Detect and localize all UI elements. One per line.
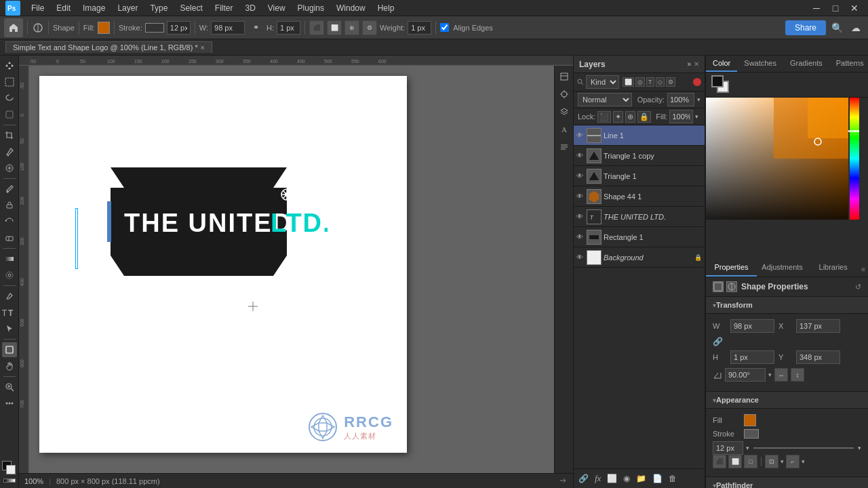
stroke-weight-input[interactable] (713, 441, 743, 455)
stamp-tool[interactable] (2, 198, 17, 213)
stroke-align-center[interactable]: ⬜ (728, 455, 742, 468)
color-gradient-area[interactable] (706, 98, 868, 220)
panel-options-icon[interactable]: ≡ (859, 266, 868, 273)
align-center-button[interactable]: ⬜ (327, 20, 342, 35)
menu-help[interactable]: Help (372, 2, 400, 14)
stroke-weight-dropdown[interactable]: ▾ (746, 445, 749, 451)
panel-layers-icon[interactable] (556, 104, 572, 120)
menu-file[interactable]: File (26, 2, 50, 14)
menu-image[interactable]: Image (77, 2, 111, 14)
menu-type[interactable]: Type (144, 2, 173, 14)
fill-color-swatch[interactable] (98, 22, 110, 34)
share-button[interactable]: Share (785, 20, 826, 35)
color-tab-color[interactable]: Color (706, 56, 737, 72)
search-icon[interactable]: 🔍 (829, 20, 845, 36)
layer-item-triangle1copy[interactable]: 👁 Triangle 1 copy (574, 146, 705, 166)
fill-input[interactable] (669, 110, 693, 123)
align-left-button[interactable]: ⬛ (309, 20, 324, 35)
height-input[interactable] (277, 21, 300, 35)
opacity-dropdown[interactable]: ▾ (697, 96, 701, 103)
stroke-corners-btn[interactable]: ⌐ (786, 455, 800, 468)
lock-artboard-icon[interactable]: ⊕ (625, 111, 635, 123)
transform-section-header[interactable]: ▾ Transform (706, 297, 868, 314)
stroke-corners-arrow[interactable]: ▾ (802, 458, 805, 465)
color-tab-gradients[interactable]: Gradients (783, 56, 829, 72)
brush-tool[interactable] (2, 182, 17, 197)
stroke-value-input[interactable] (167, 21, 191, 35)
canvas-viewport[interactable]: THE UNITED LTD. (29, 66, 573, 473)
zoom-tool[interactable] (2, 380, 17, 394)
layer-item-text[interactable]: 👁 T THE UNITED LTD. (574, 207, 705, 227)
layer-visibility-icon-line1[interactable]: 👁 (576, 131, 583, 139)
stroke-align-inside[interactable]: ⬛ (713, 455, 726, 468)
width-input[interactable] (211, 21, 245, 35)
menu-edit[interactable]: Edit (51, 2, 76, 14)
menu-select[interactable]: Select (174, 2, 208, 14)
stroke-cap-dropdown[interactable]: ⊡ (765, 455, 778, 468)
move-tool[interactable] (2, 58, 17, 73)
foreground-background-colors[interactable] (711, 75, 730, 94)
stroke-style-dropdown[interactable]: ▾ (858, 445, 861, 451)
layer-kind-dropdown[interactable]: Kind (586, 75, 619, 89)
pathfinder-section-header[interactable]: ▾ Pathfinder (706, 477, 868, 488)
color-tab-swatches[interactable]: Swatches (737, 56, 783, 72)
layer-new-button[interactable]: 📄 (650, 472, 665, 485)
layer-item-triangle1[interactable]: 👁 Triangle 1 (574, 166, 705, 186)
flip-v-button[interactable]: ↕ (791, 368, 804, 382)
filter-type-icon[interactable]: T (646, 77, 654, 87)
filter-smart-icon[interactable]: ⚙ (666, 77, 675, 87)
shape-properties-reset-icon[interactable]: ↺ (855, 283, 861, 291)
warp-button[interactable]: ⊕ (344, 20, 359, 35)
eraser-tool[interactable] (2, 230, 17, 245)
filter-shape-icon[interactable]: ◇ (656, 77, 665, 87)
history-brush-tool[interactable] (2, 214, 17, 229)
flip-h-button[interactable]: ↔ (774, 368, 788, 382)
stroke-opts-arrow[interactable]: ▾ (781, 458, 784, 465)
transform-angle-input[interactable] (725, 368, 766, 382)
layer-fx-button[interactable]: fx (593, 472, 603, 485)
appearance-section-header[interactable]: ▾ Appearance (706, 392, 868, 409)
angle-dropdown[interactable]: ▾ (768, 371, 772, 378)
transform-x-input[interactable] (796, 319, 840, 333)
close-button[interactable]: ✕ (846, 0, 863, 16)
color-swatches[interactable] (2, 461, 17, 476)
blend-mode-dropdown[interactable]: Normal (578, 93, 632, 106)
type-tool[interactable]: T T (2, 305, 17, 320)
align-edges-checkbox[interactable] (440, 23, 449, 32)
stroke-color-button[interactable] (744, 429, 759, 439)
tab-properties[interactable]: Properties (706, 259, 757, 277)
layers-panel-close[interactable]: ✕ (694, 60, 699, 68)
path-selection-tool[interactable] (2, 321, 17, 336)
tab-adjustments[interactable]: Adjustments (757, 259, 808, 277)
layer-adjustment-button[interactable]: ◉ (621, 472, 632, 485)
layer-link-button[interactable]: 🔗 (576, 472, 591, 485)
link-dimensions-icon[interactable]: ⚭ (248, 20, 264, 36)
layer-visibility-icon-shape441[interactable]: 👁 (576, 192, 583, 200)
lock-pixels-icon[interactable]: ⬛ (597, 111, 611, 123)
cloud-icon[interactable]: ☁ (848, 20, 864, 36)
layer-item-line1[interactable]: 👁 Line 1 (574, 125, 705, 146)
opacity-input[interactable] (667, 93, 694, 106)
layer-folder-button[interactable]: 📁 (634, 472, 648, 485)
minimize-button[interactable]: ─ (808, 0, 825, 16)
hand-tool[interactable] (2, 359, 17, 373)
quick-mask-button[interactable] (3, 479, 16, 483)
layer-visibility-icon-triangle1copy[interactable]: 👁 (576, 152, 583, 159)
stroke-preview[interactable] (145, 23, 164, 33)
home-button[interactable] (4, 18, 23, 37)
layer-visibility-icon-bg[interactable]: 👁 (576, 253, 583, 261)
lasso-tool[interactable] (2, 91, 17, 106)
lock-position-icon[interactable]: ✦ (613, 111, 623, 123)
panel-paragraph-icon[interactable] (556, 139, 572, 155)
pen-tool[interactable] (2, 289, 17, 304)
tab-close-button[interactable]: × (201, 44, 205, 52)
lock-all-icon[interactable]: 🔒 (637, 111, 651, 123)
gradient-tool[interactable] (2, 251, 17, 266)
link-wh-icon[interactable]: 🔗 (713, 337, 723, 346)
menu-window[interactable]: Window (331, 2, 371, 14)
fill-dropdown[interactable]: ▾ (695, 113, 698, 120)
maximize-button[interactable]: □ (827, 0, 844, 16)
menu-view[interactable]: View (262, 2, 291, 14)
transform-w-input[interactable] (730, 319, 774, 333)
stroke-align-outside[interactable]: □ (744, 455, 757, 468)
